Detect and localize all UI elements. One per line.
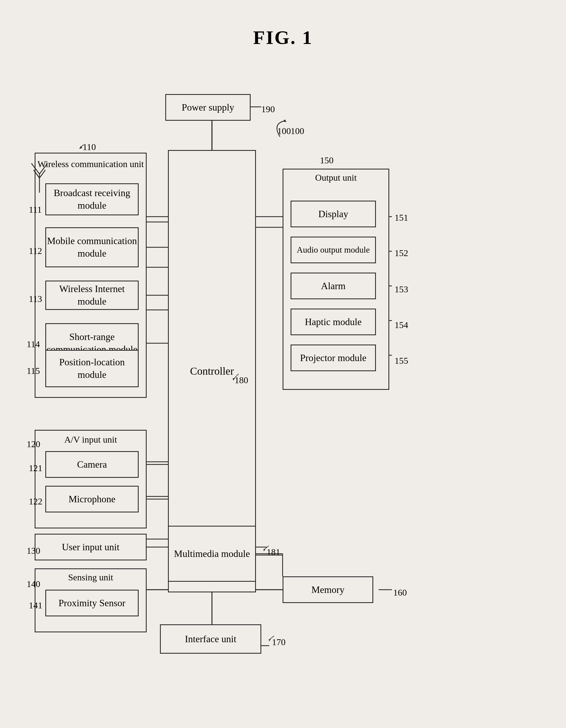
sensing-label: Sensing unit [35,572,146,583]
interface-label: Interface unit [185,633,236,645]
broadcast-label: Broadcast receiving module [46,187,138,212]
ref-112: 112 [29,246,42,256]
alarm-label: Alarm [321,280,346,292]
user-input-box: User input unit [35,534,147,560]
audio-output-box: Audio output module [291,237,376,263]
mobile-comm-box: Mobile communication module [45,227,139,267]
output-label: Output unit [284,173,389,183]
microphone-label: Microphone [68,493,115,505]
camera-box: Camera [45,451,139,478]
svg-marker-48 [269,639,270,641]
power-supply-box: Power supply [165,94,250,121]
wireless-internet-label: Wireless Internet module [46,283,138,308]
alarm-box: Alarm [291,273,376,299]
projector-label: Projector module [300,352,367,364]
ref-153: 153 [395,284,408,294]
ref-155: 155 [395,356,408,366]
audio-output-label: Audio output module [297,244,370,256]
svg-marker-46 [263,549,265,551]
svg-line-45 [264,546,269,550]
page: FIG. 1 [0,0,566,728]
figure-title: FIG. 1 [11,11,555,49]
ref-170-arrow [266,634,274,642]
proximity-box: Proximity Sensor [45,590,139,616]
ref-160: 160 [393,588,407,598]
interface-box: Interface unit [160,624,261,654]
display-label: Display [318,208,348,220]
haptic-label: Haptic module [305,316,362,328]
svg-line-42 [39,170,45,178]
ref-181-arrow [261,544,269,552]
antenna-icon [29,158,50,193]
ref-121: 121 [29,463,42,473]
diagram-area: 100 Power supply 190 100 110 Wireless co… [11,65,555,718]
multimedia-label: Multimedia module [174,548,250,560]
mobile-comm-label: Mobile communication module [46,235,138,260]
ref-141: 141 [29,600,42,610]
ref-110-arrow [77,143,85,151]
broadcast-box: Broadcast receiving module [45,183,139,215]
ref-154: 154 [395,320,408,330]
wireless-comm-label: Wireless communication unit [35,158,146,170]
multimedia-box: Multimedia module [168,526,256,582]
ref-152: 152 [395,248,408,258]
ref-180-arrow [229,373,240,383]
av-input-label: A/V input unit [35,434,146,446]
display-box: Display [291,201,376,227]
ref-190: 190 [261,104,275,114]
ref-150: 150 [320,155,334,165]
ref-100-arrow [264,118,296,139]
projector-box: Projector module [291,345,376,371]
ref-120: 120 [27,439,40,449]
position-location-label: Position-location module [46,356,138,381]
position-location-box: Position-location module [45,350,139,387]
ref-122: 122 [29,496,42,507]
microphone-box: Microphone [45,486,139,512]
svg-line-41 [34,170,39,178]
proximity-label: Proximity Sensor [58,597,125,609]
svg-line-47 [269,636,274,640]
memory-label: Memory [312,584,345,596]
controller-label: Controller [190,364,234,378]
ref-151: 151 [395,213,408,223]
ref-111: 111 [29,205,42,215]
power-supply-label: Power supply [182,101,234,114]
camera-label: Camera [77,458,107,471]
wireless-internet-box: Wireless Internet module [45,281,139,310]
memory-box: Memory [282,576,373,603]
ref-113: 113 [29,294,42,304]
svg-marker-44 [232,378,234,381]
ref-140: 140 [27,579,40,589]
ref-114: 114 [27,339,40,349]
av-input-outer: A/V input unit [35,430,147,528]
user-input-label: User input unit [62,541,119,553]
ref-115: 115 [27,366,40,376]
haptic-box: Haptic module [291,309,376,335]
ref-130: 130 [27,546,40,556]
